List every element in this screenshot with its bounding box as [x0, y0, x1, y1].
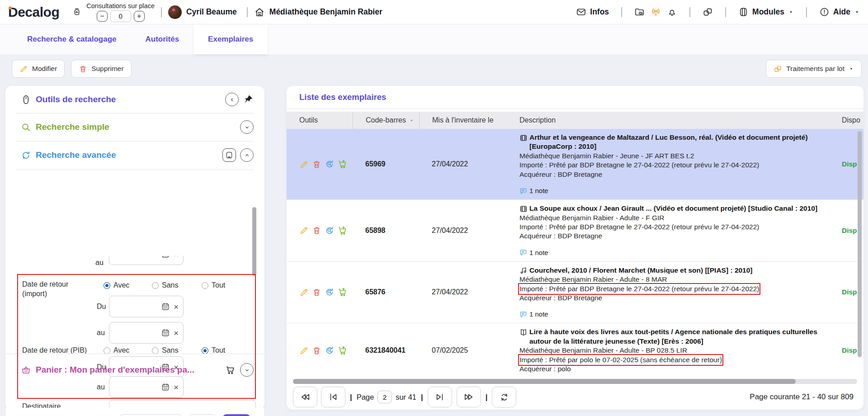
calendar-icon[interactable] — [161, 383, 170, 392]
notifications-bell-icon[interactable] — [667, 7, 677, 17]
table-row[interactable]: 6321840041 07/02/2025 Lire à haute voix … — [287, 323, 863, 378]
bookmark-search-button[interactable] — [222, 148, 236, 162]
section-recherche-avancee[interactable]: Recherche avancée — [5, 142, 264, 169]
horizontal-scrollbar-thumb[interactable] — [293, 379, 796, 384]
column-inventaire: Mis à l'inventaire le — [419, 112, 518, 129]
edit-item-icon[interactable] — [299, 346, 309, 355]
infos-menu[interactable]: Infos — [576, 7, 609, 17]
search-related-icon[interactable] — [325, 159, 335, 169]
delete-item-icon[interactable] — [312, 346, 321, 355]
collapse-panel-button[interactable] — [225, 93, 239, 106]
tab-recherche-catalogage[interactable]: Recherche & catalogage — [13, 24, 131, 54]
add-to-cart-icon[interactable] — [338, 287, 348, 297]
table-scrollbar-thumb[interactable] — [858, 131, 862, 357]
barcode-cell: 65969 — [353, 129, 419, 199]
table-row[interactable]: 65876 27/04/2022 Courchevel, 2010 / Flor… — [287, 262, 863, 324]
user-avatar[interactable] — [168, 5, 182, 19]
item-title: Arthur et la vengeance de Maltazard / Lu… — [519, 133, 834, 151]
note-count: 1 note — [529, 248, 548, 257]
tab-autorites[interactable]: Autorités — [131, 24, 193, 54]
user-name: Cyril Beaume — [186, 7, 237, 17]
calendar-icon[interactable] — [161, 302, 170, 311]
chevron-up-icon — [243, 151, 251, 159]
bookmark-icon — [225, 151, 233, 159]
item-acquirer: Acquéreur : BDP Bretagne — [519, 293, 834, 303]
search-related-icon[interactable] — [325, 345, 335, 355]
library-house-icon — [254, 7, 265, 18]
chevron-down-icon — [243, 123, 251, 131]
expand-simple-search-button[interactable] — [240, 120, 254, 134]
radio-dot — [152, 347, 159, 354]
section-outils-de-recherche[interactable]: Outils de recherche — [5, 86, 264, 113]
item-imported-status: Importé : Prêté par polo le 07-02-2025 (… — [519, 355, 722, 364]
column-code-barres[interactable]: Code-barres — [353, 112, 419, 129]
radio-sans[interactable]: Sans — [152, 281, 178, 289]
description-cell: Arthur et la vengeance de Maltazard / Lu… — [518, 129, 836, 199]
date-input[interactable]: × — [109, 256, 184, 265]
edit-item-icon[interactable] — [299, 160, 309, 169]
clear-date-icon[interactable]: × — [174, 329, 179, 337]
row-tools — [287, 129, 353, 199]
help-menu[interactable]: Aide — [819, 7, 860, 17]
search-related-icon[interactable] — [325, 226, 335, 236]
edit-item-icon[interactable] — [299, 226, 309, 235]
next-page-button[interactable] — [428, 387, 452, 407]
fast-next-button[interactable] — [457, 387, 481, 407]
pin-icon[interactable] — [243, 94, 254, 105]
horizontal-scrollbar-track[interactable] — [293, 379, 857, 384]
calendar-icon[interactable] — [161, 256, 170, 259]
page-number-input[interactable] — [377, 391, 392, 403]
collapse-advanced-search-button[interactable] — [240, 148, 254, 162]
form-scrollbar-thumb[interactable] — [252, 207, 256, 276]
expand-basket-button[interactable] — [240, 363, 254, 377]
tab-exemplaires[interactable]: Exemplaires — [193, 24, 268, 54]
increment-button[interactable]: + — [134, 11, 145, 22]
links-icon[interactable] — [703, 7, 713, 17]
delete-item-icon[interactable] — [312, 160, 321, 169]
edit-item-icon[interactable] — [299, 288, 309, 297]
delete-button[interactable]: Supprimer — [71, 60, 132, 78]
item-imported-status: Importé : Prêté par BDP Bretagne le 27-0… — [519, 284, 759, 293]
add-to-cart-icon[interactable] — [338, 159, 348, 169]
section-panier[interactable]: Panier : Mon panier d'exemplaires pa... — [5, 356, 264, 383]
destinataire-input[interactable] — [109, 400, 256, 408]
item-title: La Soupe aux choux / Jean Girault ... (V… — [519, 204, 834, 213]
calendar-icon[interactable] — [161, 328, 170, 337]
delete-item-icon[interactable] — [312, 288, 321, 297]
cart-icon[interactable] — [225, 364, 236, 375]
folder-cloud-icon[interactable] — [634, 7, 645, 17]
previous-page-button[interactable] — [321, 387, 345, 407]
consultations-count-input[interactable] — [110, 10, 131, 22]
radio-tout[interactable]: Tout — [202, 281, 225, 289]
note-indicator[interactable]: 1 note — [519, 186, 836, 195]
date-to-input[interactable]: × — [109, 322, 184, 344]
refresh-list-button[interactable] — [492, 387, 516, 407]
decrement-button[interactable]: − — [97, 11, 108, 22]
table-row[interactable]: 65898 27/04/2022 La Soupe aux choux / Je… — [287, 200, 863, 262]
radio-avec[interactable]: Avec — [104, 281, 129, 289]
clear-form-button[interactable] — [188, 414, 216, 416]
add-to-cart-icon[interactable] — [338, 226, 348, 236]
save-search-button[interactable]: Enregistrer — [119, 414, 182, 416]
modules-menu[interactable]: Modules — [738, 7, 794, 17]
header-separator — [161, 7, 162, 17]
delete-item-icon[interactable] — [312, 226, 321, 235]
radio-dot — [152, 282, 159, 289]
clear-date-icon[interactable]: × — [174, 256, 179, 259]
section-recherche-simple[interactable]: Recherche simple — [5, 113, 264, 141]
note-indicator[interactable]: 1 note — [519, 248, 836, 257]
date-from-input[interactable]: × — [109, 296, 184, 317]
note-indicator[interactable]: 1 note — [519, 310, 836, 319]
fast-previous-button[interactable] — [293, 387, 317, 407]
search-related-icon[interactable] — [325, 287, 335, 297]
clear-date-icon[interactable]: × — [174, 383, 179, 392]
modify-button[interactable]: Modifier — [12, 60, 65, 78]
add-to-cart-icon[interactable] — [338, 345, 348, 355]
broadcast-icon[interactable] — [651, 7, 661, 17]
table-row[interactable]: 65969 27/04/2022 Arthur et la vengeance … — [287, 129, 863, 200]
run-search-button[interactable] — [222, 414, 250, 416]
clear-date-icon[interactable]: × — [174, 303, 179, 311]
row-tools — [287, 323, 353, 378]
chevron-down-icon — [243, 366, 251, 374]
batch-processing-button[interactable]: Traitements par lot — [766, 60, 862, 78]
